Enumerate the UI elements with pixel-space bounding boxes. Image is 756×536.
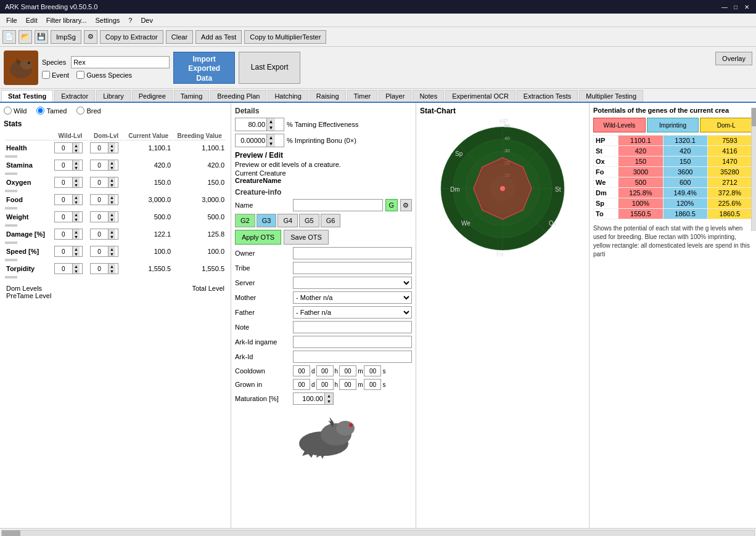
copy-extractor-button[interactable]: Copy to Extractor: [100, 30, 163, 44]
toolbar-open-icon[interactable]: 📂: [18, 30, 32, 44]
tab-taming[interactable]: Taming: [174, 90, 209, 102]
toolbar-file-icon[interactable]: 📄: [2, 30, 16, 44]
stat-dom-down-0[interactable]: ▼: [108, 148, 115, 153]
stat-slider-7[interactable]: [5, 276, 17, 278]
stat-slider-4[interactable]: [5, 224, 17, 227]
gen-g5-button[interactable]: G5: [299, 214, 319, 227]
tab-notes[interactable]: Notes: [413, 90, 444, 102]
stat-dom-up-6[interactable]: ▲: [108, 246, 115, 251]
cooldown-s-input[interactable]: [364, 365, 381, 376]
add-test-button[interactable]: Add as Test: [195, 30, 242, 44]
tab-multipliertesting[interactable]: Multiplier Testing: [579, 90, 643, 102]
last-export-button[interactable]: Last Export: [239, 52, 300, 84]
stat-wild-input-7[interactable]: ▲ ▼: [54, 263, 83, 274]
radio-wild[interactable]: Wild: [4, 107, 27, 115]
stat-dom-up-2[interactable]: ▲: [108, 177, 115, 182]
wild-levels-button[interactable]: Wild-Levels: [593, 118, 646, 132]
guess-species-checkbox[interactable]: Guess Species: [76, 71, 132, 79]
stat-dom-up-1[interactable]: ▲: [108, 160, 115, 165]
maturation-input[interactable]: [294, 393, 324, 404]
scrollbar-thumb[interactable]: [752, 108, 756, 126]
bottom-scrollbar[interactable]: [0, 528, 756, 536]
stat-dom-down-7[interactable]: ▼: [108, 269, 115, 274]
imprinting-input[interactable]: [236, 134, 266, 147]
stat-dom-input-6[interactable]: ▲ ▼: [90, 246, 118, 257]
taming-down-btn[interactable]: ▼: [266, 124, 275, 131]
tab-hatching[interactable]: Hatching: [268, 90, 308, 102]
stat-wild-down-6[interactable]: ▼: [72, 251, 80, 256]
owner-input[interactable]: [293, 247, 412, 259]
tab-breedingplan[interactable]: Breeding Plan: [210, 90, 266, 102]
stat-wild-input-3[interactable]: ▲ ▼: [54, 194, 83, 205]
stat-slider-3[interactable]: [5, 207, 17, 209]
ark-id-input[interactable]: [293, 351, 412, 363]
stat-dom-down-5[interactable]: ▼: [108, 234, 115, 239]
stat-wild-up-6[interactable]: ▲: [72, 246, 80, 251]
taming-spin[interactable]: ▲ ▼: [235, 118, 284, 131]
stat-wild-input-6[interactable]: ▲ ▼: [54, 246, 83, 257]
clear-button[interactable]: Clear: [166, 30, 193, 44]
minimize-btn[interactable]: —: [720, 2, 729, 11]
radio-bred[interactable]: Bred: [76, 107, 101, 115]
dom-levels-button[interactable]: Dom-L: [700, 118, 752, 132]
stat-wild-down-2[interactable]: ▼: [72, 182, 80, 187]
stat-dom-up-5[interactable]: ▲: [108, 229, 115, 234]
stat-wild-up-7[interactable]: ▲: [72, 264, 80, 269]
imprinting-up-btn[interactable]: ▲: [266, 134, 275, 140]
stat-wild-up-1[interactable]: ▲: [72, 160, 80, 165]
menubar-item-dev[interactable]: Dev: [137, 15, 157, 25]
stat-wild-down-3[interactable]: ▼: [72, 200, 80, 205]
stat-slider-1[interactable]: [5, 173, 17, 175]
stat-dom-down-4[interactable]: ▼: [108, 217, 115, 222]
toolbar-settings-icon[interactable]: ⚙: [84, 30, 97, 44]
stat-slider-0[interactable]: [5, 155, 17, 158]
tab-player[interactable]: Player: [379, 90, 411, 102]
tab-raising[interactable]: Raising: [310, 90, 346, 102]
stat-wild-input-2[interactable]: ▲ ▼: [54, 177, 83, 188]
tab-experimentalocr[interactable]: Experimental OCR: [445, 90, 516, 102]
taming-effectiveness-input[interactable]: [236, 118, 266, 131]
stat-slider-2[interactable]: [5, 190, 17, 192]
tab-library[interactable]: Library: [96, 90, 131, 102]
stat-wild-down-7[interactable]: ▼: [72, 269, 80, 274]
apply-ots-button[interactable]: Apply OTS: [235, 230, 281, 245]
stat-dom-down-6[interactable]: ▼: [108, 251, 115, 256]
cooldown-m-input[interactable]: [339, 365, 356, 376]
event-checkbox[interactable]: Event: [42, 71, 69, 79]
bottom-scroll-thumb[interactable]: [2, 530, 20, 537]
stat-wild-up-5[interactable]: ▲: [72, 229, 80, 234]
overlay-button[interactable]: Overlay: [715, 52, 752, 65]
maximize-btn[interactable]: □: [731, 2, 740, 11]
stat-dom-up-3[interactable]: ▲: [108, 195, 115, 200]
name-gear-button[interactable]: ⚙: [400, 199, 413, 211]
gen-g6-button[interactable]: G6: [321, 214, 341, 227]
imprinting-spin[interactable]: ▲ ▼: [235, 134, 284, 147]
imprinting-down-btn[interactable]: ▼: [266, 140, 275, 147]
stat-dom-input-7[interactable]: ▲ ▼: [90, 263, 118, 274]
tab-pedigree[interactable]: Pedigree: [132, 90, 173, 102]
menubar-item-edit[interactable]: Edit: [22, 15, 41, 25]
gen-g2-button[interactable]: G2: [235, 214, 255, 227]
maturation-up-btn[interactable]: ▲: [324, 393, 333, 399]
stat-wild-up-2[interactable]: ▲: [72, 177, 80, 182]
grown-m-input[interactable]: [339, 379, 356, 390]
name-input[interactable]: [293, 199, 383, 211]
taming-up-btn[interactable]: ▲: [266, 118, 275, 124]
note-input[interactable]: [293, 321, 412, 333]
maturation-spin[interactable]: ▲ ▼: [293, 392, 334, 405]
cooldown-d-input[interactable]: [293, 365, 310, 376]
stat-wild-up-3[interactable]: ▲: [72, 195, 80, 200]
bottom-scroll-track[interactable]: [1, 530, 755, 537]
stat-wild-up-4[interactable]: ▲: [72, 212, 80, 217]
toolbar-save-icon[interactable]: 💾: [35, 30, 48, 44]
grown-h-input[interactable]: [316, 379, 334, 390]
stat-dom-input-0[interactable]: ▲ ▼: [90, 142, 118, 153]
gen-g3-button[interactable]: G3: [257, 214, 277, 227]
grown-s-input[interactable]: [364, 379, 381, 390]
grown-d-input[interactable]: [293, 379, 310, 390]
mother-select[interactable]: - Mother n/a: [293, 291, 412, 304]
father-select[interactable]: - Father n/a: [293, 306, 412, 319]
tab-stattesting[interactable]: Stat Testing: [1, 90, 53, 103]
species-input[interactable]: [71, 56, 170, 68]
stat-dom-up-0[interactable]: ▲: [108, 143, 115, 148]
